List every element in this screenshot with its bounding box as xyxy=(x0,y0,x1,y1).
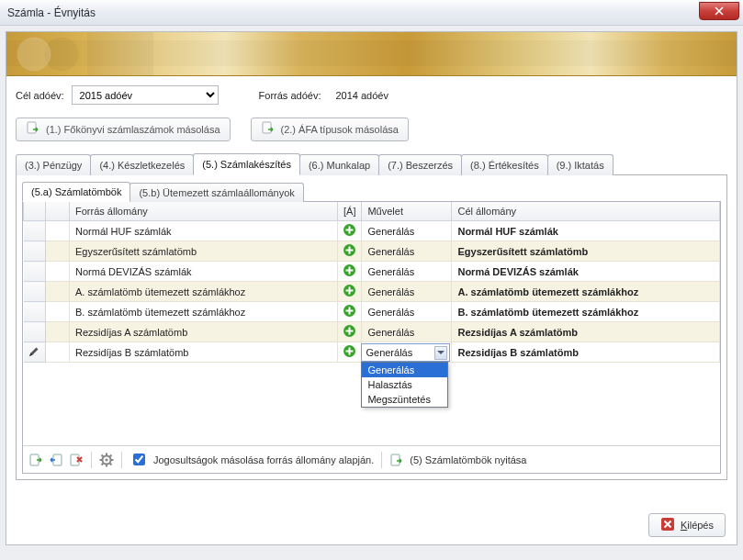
cell-cel[interactable]: Normál HUF számlák xyxy=(452,221,720,241)
cell-a[interactable] xyxy=(338,342,362,363)
cell-cel[interactable]: Rezsidíjas B számlatömb xyxy=(452,342,720,363)
grid-header-a[interactable]: [Á] xyxy=(338,202,362,221)
export-icon[interactable] xyxy=(28,453,43,467)
cell-cel[interactable]: A. számlatömb ütemezett számlákhoz xyxy=(452,282,720,302)
table-row[interactable]: Normál HUF számlákGenerálásNormál HUF sz… xyxy=(24,221,720,241)
year-row: Cél adóév: 2015 adóév Forrás adóév: 2014… xyxy=(16,85,727,105)
cell-muvelet[interactable]: Generálás xyxy=(362,262,452,282)
muvelet-dropdown[interactable]: GenerálásGenerálásHalasztásMegszüntetés xyxy=(361,343,450,362)
cell-forras[interactable]: Rezsidíjas B számlatömb xyxy=(70,342,338,363)
table-row[interactable]: Egyszerűsített számlatömbGenerálásEgysze… xyxy=(24,241,720,262)
svg-line-17 xyxy=(102,454,104,456)
cell-cel[interactable]: Rezsidíjas A számlatömb xyxy=(452,322,720,342)
cel-adoev-combo[interactable]: 2015 adóév xyxy=(72,85,219,105)
subtab-szamlatombok[interactable]: (5.a) Számlatömbök xyxy=(22,182,130,202)
tab-keszletkezeles[interactable]: (4.) Készletkezelés xyxy=(90,154,194,175)
main-frame: Cél adóév: 2015 adóév Forrás adóév: 2014… xyxy=(6,31,737,545)
cell-muvelet[interactable]: Generálás xyxy=(362,241,452,262)
separator xyxy=(121,452,122,468)
plus-icon xyxy=(343,304,356,318)
plus-icon xyxy=(343,284,356,297)
cell-a[interactable] xyxy=(338,221,362,241)
row-indicator xyxy=(24,241,46,262)
cell-forras[interactable]: Normál HUF számlák xyxy=(70,221,338,241)
chevron-down-icon[interactable] xyxy=(434,346,447,360)
svg-line-18 xyxy=(110,463,112,465)
grid-header-muvelet[interactable]: Művelet xyxy=(362,202,452,221)
main-tab-body: (5.a) Számlatömbök (5.b) Ütemezett száml… xyxy=(16,175,727,480)
table-row[interactable]: B. számlatömb ütemezett számlákhozGenerá… xyxy=(24,302,720,322)
exit-button[interactable]: Kilépés xyxy=(648,513,726,537)
cell-a[interactable] xyxy=(338,322,362,342)
cel-adoev-label: Cél adóév: xyxy=(16,90,64,101)
plus-icon xyxy=(343,263,356,277)
cell-forras[interactable]: B. számlatömb ütemezett számlákhoz xyxy=(70,302,338,322)
row-indicator xyxy=(24,342,46,363)
table-row[interactable]: Rezsidíjas A számlatömbGenerálásRezsidíj… xyxy=(24,322,720,342)
plus-icon xyxy=(343,243,356,257)
subtab-utemezett[interactable]: (5.b) Ütemezett számlaállományok xyxy=(129,183,303,202)
svg-line-19 xyxy=(110,454,112,456)
cell-forras[interactable]: A. számlatömb ütemezett számlákhoz xyxy=(70,282,338,302)
tab-szamlakeszites[interactable]: (5.) Számlakészítés xyxy=(193,153,300,175)
grid-header-blank[interactable] xyxy=(46,202,70,221)
cell-a[interactable] xyxy=(338,262,362,282)
cell-a[interactable] xyxy=(338,282,362,302)
cell-muvelet[interactable]: Generálás xyxy=(362,282,452,302)
window-close-button[interactable] xyxy=(699,2,739,20)
grid: Forrás állomány [Á] Művelet Cél állomány… xyxy=(23,202,720,445)
table-row[interactable]: Rezsidíjas B számlatömbGenerálásGenerálá… xyxy=(24,342,720,363)
cell-cel[interactable]: Normá DEVIZÁS számlák xyxy=(452,262,720,282)
exit-label: Kilépés xyxy=(681,520,714,531)
cell-cel[interactable]: Egyszerűsített számlatömb xyxy=(452,241,720,262)
cell-forras[interactable]: Rezsidíjas A számlatömb xyxy=(70,322,338,342)
copy-vat-types-button[interactable]: (2.) ÁFA típusok másolása xyxy=(251,118,409,141)
table-row[interactable]: Normá DEVIZÁS számlákGenerálásNormá DEVI… xyxy=(24,262,720,282)
cell-cel[interactable]: B. számlatömb ütemezett számlákhoz xyxy=(452,302,720,322)
copy-vat-types-label: (2.) ÁFA típusok másolása xyxy=(281,124,399,135)
document-arrow-icon xyxy=(261,121,276,138)
row-indicator xyxy=(24,262,46,282)
svg-rect-1 xyxy=(263,122,271,133)
plus-icon xyxy=(343,223,356,237)
cell-blank xyxy=(46,221,70,241)
cell-muvelet[interactable]: Generálás xyxy=(362,322,452,342)
open-blocks-icon[interactable] xyxy=(389,453,404,467)
cell-a[interactable] xyxy=(338,302,362,322)
grid-header-forras[interactable]: Forrás állomány xyxy=(70,202,338,221)
copy-gl-accounts-button[interactable]: (1.) Főkönyvi számlaszámok másolása xyxy=(16,118,231,141)
dropdown-option[interactable]: Megszüntetés xyxy=(362,392,447,407)
main-tabstrip: (3.) Pénzügy (4.) Készletkezelés (5.) Sz… xyxy=(16,152,727,175)
svg-rect-0 xyxy=(28,122,36,133)
svg-line-20 xyxy=(102,463,104,465)
import-icon[interactable] xyxy=(49,453,63,467)
grid-corner xyxy=(24,202,46,221)
cell-muvelet[interactable]: GenerálásGenerálásHalasztásMegszüntetés xyxy=(362,342,452,363)
rights-label: Jogosultságok másolása forrás állomány a… xyxy=(153,454,374,465)
tab-beszerzes[interactable]: (7.) Beszerzés xyxy=(378,154,462,175)
grid-toolbar: Jogosultságok másolása forrás állomány a… xyxy=(23,445,720,473)
cell-muvelet[interactable]: Generálás xyxy=(362,302,452,322)
tab-penzugy[interactable]: (3.) Pénzügy xyxy=(16,154,91,175)
grid-header-cel[interactable]: Cél állomány xyxy=(452,202,720,221)
delete-icon[interactable] xyxy=(69,453,84,467)
cell-a[interactable] xyxy=(338,241,362,262)
rights-checkbox[interactable] xyxy=(133,454,145,465)
muvelet-dropdown-list[interactable]: GenerálásHalasztásMegszüntetés xyxy=(361,362,448,408)
tab-munkalap[interactable]: (6.) Munkalap xyxy=(299,154,379,175)
grid-header-row: Forrás állomány [Á] Művelet Cél állomány xyxy=(24,202,720,221)
cell-muvelet[interactable]: Generálás xyxy=(362,221,452,241)
close-red-icon xyxy=(660,517,675,533)
dropdown-option[interactable]: Generálás xyxy=(362,363,447,377)
open-blocks-label[interactable]: (5) Számlatömbök nyitása xyxy=(410,454,526,465)
gear-icon[interactable] xyxy=(99,453,114,467)
svg-point-21 xyxy=(105,458,107,461)
tab-iktatas[interactable]: (9.) Iktatás xyxy=(547,154,614,175)
cell-blank xyxy=(46,282,70,302)
cell-forras[interactable]: Egyszerűsített számlatömb xyxy=(70,241,338,262)
separator xyxy=(381,452,382,468)
tab-ertekesites[interactable]: (8.) Értékesítés xyxy=(461,154,548,175)
table-row[interactable]: A. számlatömb ütemezett számlákhozGenerá… xyxy=(24,282,720,302)
cell-forras[interactable]: Normá DEVIZÁS számlák xyxy=(70,262,338,282)
dropdown-option[interactable]: Halasztás xyxy=(362,377,447,392)
